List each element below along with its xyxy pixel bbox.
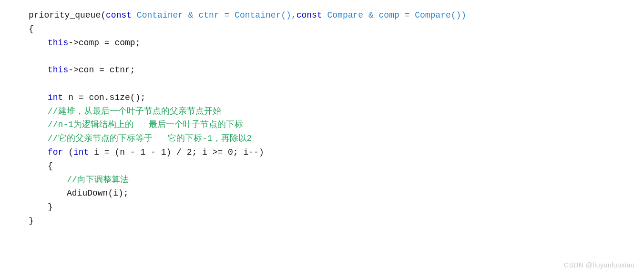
const-kw-1: const [106, 9, 132, 22]
comment-2: //n-1为逻辑结构上的 最后一个叶子节点的下标 [48, 118, 243, 132]
code-line-9: //n-1为逻辑结构上的 最后一个叶子节点的下标 [29, 118, 634, 132]
const-kw-2: const [296, 9, 322, 22]
code-text: { [29, 22, 34, 36]
code-line-4 [29, 49, 634, 63]
code-line-8: //建堆，从最后一个叶子节点的父亲节点开始 [29, 105, 634, 118]
comment-3: //它的父亲节点的下标等于 它的下标-1，再除以2 [48, 132, 252, 146]
code-text: { [48, 159, 53, 173]
code-line-5: this->con = ctnr; [29, 63, 634, 77]
code-text: } [29, 214, 34, 228]
for-kw: for [48, 146, 63, 159]
code-line-14: AdiuDown(i); [29, 187, 634, 200]
code-line-13: //向下调整算法 [29, 173, 634, 187]
code-line-3: this->comp = comp; [29, 36, 634, 50]
code-text: n = con.size(); [63, 91, 145, 105]
code-line-11: for (int i = (n - 1 - 1) / 2; i >= 0; i-… [29, 146, 634, 159]
int-kw: int [48, 91, 63, 105]
code-text: i = (n - 1 - 1) / 2; i >= 0; i--) [89, 146, 264, 159]
comment-1: //建堆，从最后一个叶子节点的父亲节点开始 [48, 105, 221, 118]
code-text: ( [63, 146, 73, 159]
this-kw: this [48, 36, 68, 50]
code-text: ->con = ctnr; [68, 63, 135, 77]
this-kw-2: this [48, 63, 68, 77]
code-line-15: } [29, 200, 634, 214]
watermark: CSDN @liuyunluoxiao [564, 260, 634, 270]
code-line-16: } [29, 214, 634, 228]
code-line-7: int n = con.size(); [29, 91, 634, 105]
code-text: Compare & comp = Compare()) [322, 9, 466, 22]
code-line-2: { [29, 22, 634, 36]
code-text: Container & ctnr = Container(), [132, 9, 296, 22]
code-editor: priority_queue(const Container & ctnr = … [0, 0, 644, 276]
comment-4: //向下调整算法 [67, 173, 129, 187]
code-line-10: //它的父亲节点的下标等于 它的下标-1，再除以2 [29, 132, 634, 146]
code-text: } [48, 200, 53, 214]
code-text: priority_queue( [29, 9, 106, 22]
code-text: ->comp = comp; [68, 36, 140, 50]
code-line-1: priority_queue(const Container & ctnr = … [29, 9, 634, 22]
code-line-6 [29, 77, 634, 91]
int-kw-2: int [73, 146, 89, 159]
code-line-12: { [29, 159, 634, 173]
code-text: AdiuDown(i); [67, 187, 129, 200]
